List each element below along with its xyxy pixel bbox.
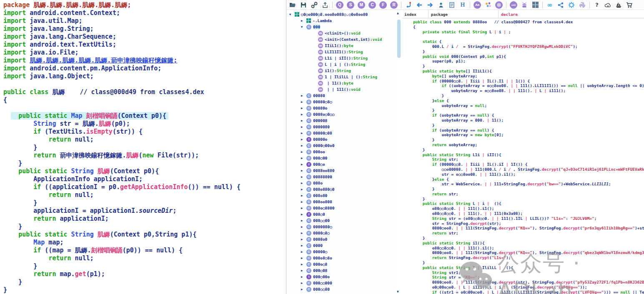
tree-class-item[interactable]: ▶C000o8○8o bbox=[287, 255, 396, 261]
tree-class-item[interactable]: ▶C00888800 bbox=[287, 174, 396, 180]
rename-aa-icon[interactable]: Aa bbox=[474, 1, 481, 9]
scroll-down-icon[interactable]: ▼ bbox=[397, 290, 399, 294]
tree-class-item[interactable]: ▶C00000○ bbox=[287, 249, 396, 255]
tree-method-item[interactable]: mi1():String bbox=[287, 67, 396, 74]
expander-icon[interactable]: ▶ bbox=[301, 238, 306, 241]
save-icon[interactable] bbox=[300, 1, 307, 9]
expander-icon[interactable]: ▶ bbox=[301, 225, 306, 229]
expander-icon[interactable]: ▶ bbox=[301, 207, 306, 210]
fingerprint-icon[interactable] bbox=[579, 1, 586, 9]
tab-index[interactable]: index bbox=[402, 10, 428, 18]
export-icon[interactable] bbox=[321, 1, 329, 9]
tree-method-item[interactable]: m | 11():byte bbox=[287, 80, 396, 86]
expander-icon[interactable]: ▶ bbox=[301, 138, 306, 141]
expander-icon[interactable]: ▶ bbox=[301, 275, 306, 279]
expander-icon[interactable]: ▶ bbox=[301, 257, 306, 260]
expander-icon[interactable]: ▶ bbox=[301, 94, 306, 97]
expander-icon[interactable]: ▶ bbox=[301, 263, 306, 266]
expander-icon[interactable]: ▶ bbox=[301, 144, 306, 147]
tree-class-item[interactable]: ▼C000 bbox=[287, 24, 396, 30]
expander-icon[interactable]: ▶ bbox=[301, 132, 306, 135]
tree-class-item[interactable]: ▶C0000○00o0 bbox=[287, 142, 396, 149]
theme-dots-icon[interactable] bbox=[484, 1, 492, 9]
expander-icon[interactable]: ▶ bbox=[301, 113, 306, 116]
expander-icon[interactable]: ▶ bbox=[301, 119, 306, 122]
class-tree-panel[interactable]: ▼○0○o000○8.ooo8o088○.○0o8oo80▶-.Lambda▼C… bbox=[287, 10, 396, 294]
tree-class-item[interactable]: ▶C000○08 bbox=[287, 267, 396, 274]
back-icon[interactable] bbox=[416, 1, 423, 9]
symbol-q-icon[interactable]: Q bbox=[336, 1, 343, 9]
scrollbar-thumb[interactable] bbox=[397, 20, 401, 58]
tree-class-item[interactable]: ▶C00000○08 bbox=[287, 130, 396, 136]
link-icon[interactable] bbox=[311, 1, 318, 9]
tree-scrollbar[interactable]: ▲ ▼ bbox=[396, 10, 402, 294]
tree-interface-item[interactable]: ▶I00000o bbox=[287, 136, 396, 142]
tree-class-item[interactable]: ▶C008o880○0 bbox=[287, 186, 396, 192]
tree-class-item[interactable]: ▶C0000080 bbox=[287, 124, 396, 130]
expander-icon[interactable]: ▶ bbox=[301, 282, 306, 285]
windows-icon[interactable] bbox=[531, 1, 539, 9]
expander-icon[interactable]: ▶ bbox=[301, 213, 306, 216]
infinity-icon[interactable]: ∞ bbox=[546, 1, 554, 9]
tree-class-item[interactable]: ▶C000oo bbox=[287, 149, 396, 155]
open-file-icon[interactable] bbox=[289, 1, 296, 9]
expander-icon[interactable]: ▶ bbox=[301, 163, 306, 166]
android-icon[interactable] bbox=[521, 1, 528, 9]
expander-icon[interactable]: ▶ bbox=[301, 107, 306, 110]
tree-class-item[interactable]: ▶C008o80 bbox=[287, 192, 396, 199]
goto-jump-icon[interactable] bbox=[405, 1, 412, 9]
tree-class-item[interactable]: ▶C008oo808 bbox=[287, 199, 396, 205]
symbol-c-icon[interactable]: C bbox=[368, 1, 376, 9]
tree-class-item[interactable]: ▶C000○00 bbox=[287, 155, 396, 161]
symbol-f-icon[interactable]: F bbox=[379, 1, 387, 9]
decompiled-source-panel[interactable]: package 肌縟.肌縟.肌縟.肌縟.肌縟.肌縟;import android… bbox=[0, 0, 286, 294]
expander-icon[interactable]: ▶ bbox=[301, 125, 306, 129]
tree-class-item[interactable]: ▶C000○○80 bbox=[287, 286, 396, 292]
hex-view-icon[interactable]: H bbox=[459, 1, 466, 9]
symbol-r-icon[interactable]: R bbox=[390, 1, 398, 9]
tree-method-item[interactable]: mLLI11I1():String bbox=[287, 49, 396, 55]
preferences-gear-icon[interactable] bbox=[568, 1, 575, 9]
tree-method-item[interactable]: mIIiL1():byte bbox=[287, 42, 396, 49]
scroll-up-icon[interactable]: ▲ bbox=[397, 11, 399, 15]
cart-icon[interactable] bbox=[626, 1, 633, 9]
tree-method-item[interactable]: m<init>(Context,int):void bbox=[287, 36, 396, 42]
symbol-s-icon[interactable]: S bbox=[347, 1, 354, 9]
tree-class-item[interactable]: ▶C008o bbox=[287, 180, 396, 186]
tree-class-item[interactable]: ▶C000o○8 bbox=[287, 261, 396, 267]
tree-package-item[interactable]: ▶-.Lambda bbox=[287, 17, 396, 24]
tab-declare[interactable]: declare bbox=[499, 10, 644, 18]
expander-icon[interactable]: ▶ bbox=[301, 269, 306, 272]
forward-icon[interactable] bbox=[426, 1, 434, 9]
symbol-m-icon[interactable]: M bbox=[358, 1, 365, 9]
expander-icon[interactable]: ▶ bbox=[301, 219, 306, 222]
tree-method-item[interactable]: m | | 111():void bbox=[287, 86, 396, 92]
expander-icon[interactable]: ▶ bbox=[301, 194, 306, 197]
user-icon[interactable] bbox=[437, 1, 445, 9]
tree-interface-item[interactable]: ▶I000○00o bbox=[287, 274, 396, 280]
tab-package[interactable]: package bbox=[428, 10, 499, 18]
expander-icon[interactable]: ▶ bbox=[301, 188, 306, 191]
tree-class-item[interactable]: ▶C0008o0 bbox=[287, 236, 396, 242]
expander-icon[interactable]: ▶ bbox=[301, 175, 306, 179]
tree-class-item[interactable]: ▶C0000080○ bbox=[287, 224, 396, 230]
tree-method-item[interactable]: m1 | IlilLL | ():String bbox=[287, 74, 396, 80]
declaration-code-panel[interactable]: public class 000 extends 0888oo // class… bbox=[402, 18, 644, 294]
tree-class-item[interactable]: ▶C000○○000 bbox=[287, 280, 396, 286]
expander-icon[interactable]: ▶ bbox=[301, 232, 306, 235]
tree-package-item[interactable]: ▼○0○o000○8.ooo8o088○.○0o8oo80 bbox=[287, 11, 396, 17]
expander-icon[interactable]: ▶ bbox=[301, 150, 306, 154]
tree-class-item[interactable]: ▶C000008 bbox=[287, 117, 396, 124]
tree-interface-item[interactable]: ▶I000○o bbox=[287, 161, 396, 167]
expander-icon[interactable]: ▶ bbox=[301, 157, 306, 160]
expander-icon[interactable]: ▶ bbox=[301, 244, 306, 247]
tree-method-item[interactable]: mL | i | ():String bbox=[287, 61, 396, 67]
settings-gear-icon[interactable] bbox=[495, 1, 503, 9]
expander-icon[interactable]: ▶ bbox=[301, 288, 306, 291]
report-icon[interactable] bbox=[448, 1, 456, 9]
tree-method-item[interactable]: m<clinit>():void bbox=[287, 30, 396, 36]
tree-class-item[interactable]: ▶C00080 bbox=[287, 92, 396, 99]
expander-icon[interactable]: ▶ bbox=[301, 200, 306, 204]
expander-icon[interactable]: ▶ bbox=[301, 182, 306, 185]
tree-class-item[interactable]: ▶C0008o○0○○ bbox=[287, 111, 396, 117]
